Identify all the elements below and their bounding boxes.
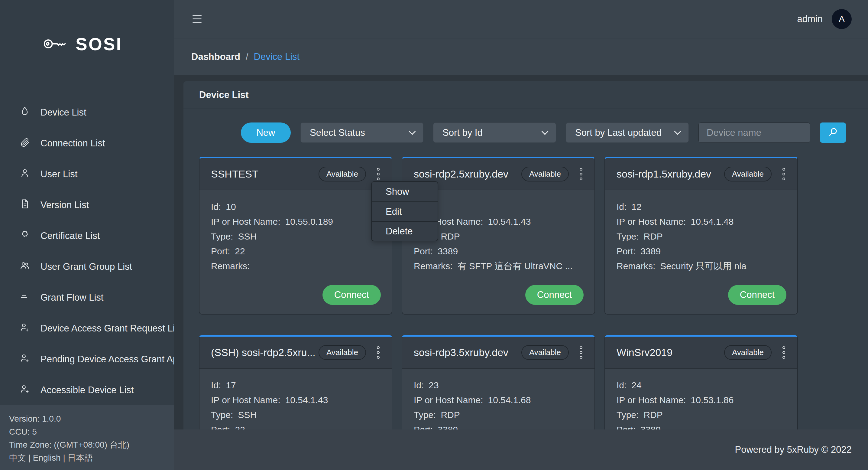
status-badge: Available xyxy=(724,167,772,181)
field-label: Type: xyxy=(617,231,639,241)
sidebar-item-grant-flow-list[interactable]: Grant Flow List xyxy=(0,282,174,313)
device-card-header: WinSrv2019Available xyxy=(605,336,797,369)
device-field-port: Port:3389 xyxy=(617,244,786,259)
sidebar-item-label: Connection List xyxy=(40,138,105,149)
field-label: Type: xyxy=(211,410,233,420)
device-card: (SSH) sosi-rdp2.5xru...AvailableId:17IP … xyxy=(199,335,392,430)
device-name-input[interactable] xyxy=(699,122,810,143)
sidebar-item-accessible-device-list[interactable]: Accessible Device List xyxy=(0,375,174,406)
field-value: 有 SFTP 這台有 UltraVNC ... xyxy=(457,261,572,271)
device-field-remarks: Remarks:有 SFTP 這台有 UltraVNC ... xyxy=(414,259,583,273)
field-value: 10.55.0.189 xyxy=(285,216,333,227)
sidebar-nav: Device ListConnection ListUser ListVersi… xyxy=(0,97,174,406)
breadcrumb: Dashboard / Device List xyxy=(174,38,868,75)
field-value: 10.54.1.43 xyxy=(488,216,531,227)
field-value: 10.54.1.43 xyxy=(285,395,328,405)
new-button[interactable]: New xyxy=(241,122,291,143)
device-card-header-right: Available xyxy=(521,345,585,360)
field-value: 3389 xyxy=(438,424,458,430)
sidebar-item-label: User List xyxy=(40,169,78,180)
field-label: Port: xyxy=(211,424,230,430)
sidebar-item-pending-device-access-grant-approval-list[interactable]: Pending Device Access Grant Approval Lis… xyxy=(0,344,174,375)
field-label: IP or Host Name: xyxy=(211,395,280,405)
device-field-ip: IP or Host Name:10.54.1.43 xyxy=(211,392,380,407)
sort-id-select-value: Sort by Id xyxy=(442,127,483,138)
status-badge: Available xyxy=(318,345,366,360)
device-field-id: Id:17 xyxy=(211,378,380,392)
connect-button[interactable]: Connect xyxy=(728,285,786,305)
avatar[interactable]: A xyxy=(832,9,852,29)
field-value: SSH xyxy=(238,410,256,420)
device-field-id: Id:10 xyxy=(211,199,380,214)
device-field-port: Port:3389 xyxy=(617,422,786,430)
sidebar-item-device-list[interactable]: Device List xyxy=(0,97,174,128)
breadcrumb-dashboard[interactable]: Dashboard xyxy=(191,51,240,62)
search-icon xyxy=(828,127,838,138)
card-menu-button[interactable] xyxy=(374,166,383,182)
context-menu-item-edit[interactable]: Edit xyxy=(372,201,438,221)
card-menu-button[interactable] xyxy=(779,345,788,360)
sidebar-item-version-list[interactable]: Version List xyxy=(0,189,174,221)
field-label: Remarks: xyxy=(617,261,655,271)
device-card-header: SSHTESTAvailable xyxy=(199,158,392,190)
connect-button[interactable]: Connect xyxy=(322,285,381,305)
device-card-body: Id:12IP or Host Name:10.54.1.48Type:RDPP… xyxy=(605,190,797,273)
brand-logo: SOSI xyxy=(0,0,174,79)
field-label: IP or Host Name: xyxy=(211,216,280,227)
sidebar-item-connection-list[interactable]: Connection List xyxy=(0,128,174,159)
user-plus-icon xyxy=(19,322,30,335)
user-area: admin A xyxy=(797,9,852,29)
connect-button[interactable]: Connect xyxy=(525,285,584,305)
context-menu-item-show[interactable]: Show xyxy=(372,182,438,201)
sidebar-item-label: Pending Device Access Grant Approval Lis… xyxy=(40,354,174,365)
sidebar: SOSI Device ListConnection ListUser List… xyxy=(0,0,174,470)
field-label: Type: xyxy=(414,410,436,420)
field-value: 10.54.1.48 xyxy=(691,216,734,227)
sort-id-select[interactable]: Sort by Id xyxy=(433,122,556,143)
field-label: IP or Host Name: xyxy=(414,395,483,405)
topbar: admin A xyxy=(174,0,868,38)
filters-row: New Select Status Sort by Id Sort by Las… xyxy=(241,122,847,143)
language-switcher[interactable]: 中文 | English | 日本語 xyxy=(9,451,168,464)
search-button[interactable] xyxy=(820,122,846,143)
status-select[interactable]: Select Status xyxy=(301,122,424,143)
chevron-down-icon xyxy=(409,128,416,135)
field-value: 10.53.1.86 xyxy=(691,395,734,405)
content: Device List New Select Status Sort by Id… xyxy=(174,75,868,430)
paperclip-icon xyxy=(19,137,30,150)
sort-updated-select[interactable]: Sort by Last updated xyxy=(566,122,689,143)
device-card-body: Id:23IP or Host Name:10.54.1.68Type:RDPP… xyxy=(402,369,594,430)
sidebar-item-label: User Grant Group List xyxy=(40,261,132,272)
field-label: IP or Host Name: xyxy=(617,216,686,227)
main-area: admin A Dashboard / Device List Device L… xyxy=(174,0,868,470)
sidebar-item-device-access-grant-request-list[interactable]: Device Access Grant Request List xyxy=(0,313,174,344)
hamburger-menu-icon[interactable] xyxy=(191,13,203,25)
device-field-id: Id:12 xyxy=(617,199,786,214)
field-label: Remarks: xyxy=(414,261,453,271)
card-menu-button[interactable] xyxy=(577,345,585,360)
footer-text: Powered by 5xRuby © 2022 xyxy=(735,444,852,455)
field-value: 3389 xyxy=(641,246,661,256)
status-badge: Available xyxy=(318,167,366,181)
device-field-port: Port:22 xyxy=(211,244,380,259)
context-menu-item-delete[interactable]: Delete xyxy=(372,221,438,241)
username: admin xyxy=(797,13,823,25)
certificate-icon xyxy=(19,229,30,242)
sidebar-item-label: Device Access Grant Request List xyxy=(40,323,174,334)
device-card-header-right: Available xyxy=(318,166,383,182)
timezone-text: Time Zone: ((GMT+08:00) 台北) xyxy=(9,438,168,451)
field-value: 24 xyxy=(631,380,641,390)
card-menu-button[interactable] xyxy=(374,345,383,360)
card-menu-button[interactable] xyxy=(577,166,585,182)
device-field-id: Id: xyxy=(414,199,583,214)
device-field-ip: IP or Host Name:10.54.1.48 xyxy=(617,214,786,229)
sidebar-item-certificate-list[interactable]: Certificate List xyxy=(0,221,174,251)
card-menu-button[interactable] xyxy=(779,166,788,182)
field-label: Port: xyxy=(617,424,636,430)
sidebar-item-user-list[interactable]: User List xyxy=(0,159,174,189)
device-field-ip: IP or Host Name:10.55.0.189 xyxy=(211,214,380,229)
sidebar-item-user-grant-group-list[interactable]: User Grant Group List xyxy=(0,251,174,282)
device-card-body: Id:24IP or Host Name:10.53.1.86Type:RDPP… xyxy=(605,369,797,430)
users-icon xyxy=(19,260,30,273)
status-badge: Available xyxy=(724,345,772,360)
